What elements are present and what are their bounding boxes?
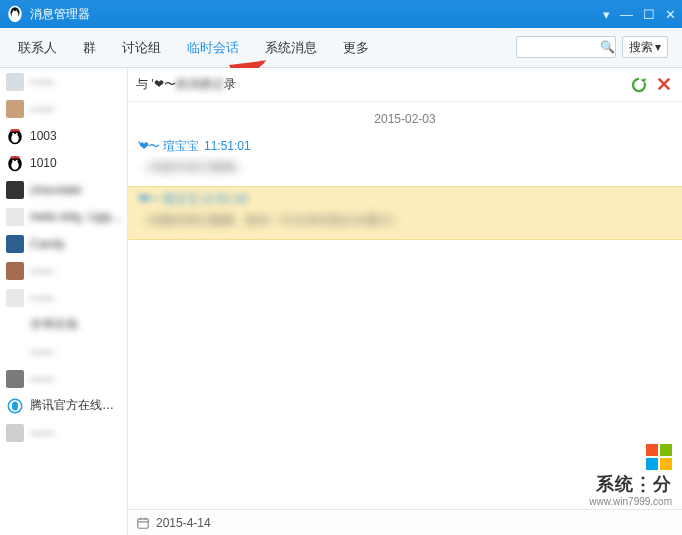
avatar	[6, 397, 24, 415]
sidebar-item-9[interactable]: 全球在线	[0, 311, 127, 338]
sidebar-item-5[interactable]: Hello kitty, Ugly…	[0, 203, 127, 230]
sidebar-item-label: 1010	[30, 156, 127, 170]
message-body: （消息内容已模糊，较长一行文本内容占位显示）	[138, 212, 672, 229]
delete-icon[interactable]	[656, 76, 672, 92]
watermark-text: 系统⋮分	[589, 472, 672, 496]
sidebar-item-label: ——	[30, 372, 127, 386]
toolbar: 联系人群讨论组临时会话系统消息更多 🔍 搜索 ▾	[0, 28, 682, 68]
tab-0[interactable]: 联系人	[18, 39, 57, 57]
app-penguin-icon	[6, 5, 24, 23]
sidebar-item-11[interactable]: ——	[0, 365, 127, 392]
avatar	[6, 289, 24, 307]
svg-point-4	[16, 10, 18, 12]
svg-point-8	[16, 132, 18, 134]
sidebar-item-7[interactable]: ——	[0, 257, 127, 284]
sidebar-item-1[interactable]: ——	[0, 95, 127, 122]
sidebar-item-label: 腾讯官方在线…	[30, 397, 127, 414]
svg-point-6	[11, 133, 19, 142]
titlebar: 消息管理器 ▾ — ☐ ✕	[0, 0, 682, 28]
watermark-url: www.win7999.com	[589, 496, 672, 507]
sidebar: ————10031010chocolateHello kitty, Ugly…C…	[0, 68, 128, 535]
avatar	[6, 208, 24, 226]
avatar	[6, 100, 24, 118]
sidebar-item-label: Candy	[30, 237, 127, 251]
avatar	[6, 235, 24, 253]
search-button[interactable]: 搜索 ▾	[622, 36, 668, 58]
svg-point-7	[12, 132, 14, 134]
chat-with-label: 与 '❤〜的消息记录	[136, 76, 236, 93]
sidebar-item-6[interactable]: Candy	[0, 230, 127, 257]
sidebar-item-3[interactable]: 1010	[0, 149, 127, 176]
sidebar-item-label: chocolate	[30, 183, 127, 197]
sidebar-item-12[interactable]: 腾讯官方在线…	[0, 392, 127, 419]
window-controls: ▾ — ☐ ✕	[603, 7, 676, 22]
chat-header: 与 '❤〜的消息记录	[128, 68, 682, 102]
search-button-label: 搜索	[629, 39, 653, 56]
svg-rect-14	[11, 156, 20, 158]
sidebar-item-4[interactable]: chocolate	[0, 176, 127, 203]
message-speaker: 瑄宝宝	[163, 192, 199, 206]
sidebar-item-label: ——	[30, 291, 127, 305]
sidebar-item-label: 全球在线	[30, 316, 127, 333]
tab-2[interactable]: 讨论组	[122, 39, 161, 57]
avatar	[6, 154, 24, 172]
calendar-icon[interactable]	[136, 516, 150, 530]
svg-point-12	[12, 159, 14, 161]
sidebar-item-label: 1003	[30, 129, 127, 143]
sidebar-item-0[interactable]: ——	[0, 68, 127, 95]
avatar	[6, 127, 24, 145]
svg-point-3	[13, 10, 15, 12]
avatar	[6, 343, 24, 361]
window-minimize-button[interactable]: —	[620, 7, 633, 22]
avatar	[6, 73, 24, 91]
search-icon: 🔍	[600, 40, 615, 54]
refresh-icon[interactable]	[630, 76, 648, 94]
body: ————10031010chocolateHello kitty, Ugly…C…	[0, 68, 682, 535]
search-area: 🔍 搜索 ▾	[516, 36, 668, 58]
avatar	[6, 316, 24, 334]
window-menu-button[interactable]: ▾	[603, 7, 610, 22]
message-time: 11:51:10	[201, 192, 248, 206]
content-footer: 2015-4-14	[128, 509, 682, 535]
tab-4[interactable]: 系统消息	[265, 39, 317, 57]
chevron-down-icon: ▾	[655, 40, 661, 54]
tab-1[interactable]: 群	[83, 39, 96, 57]
sidebar-item-13[interactable]: ——	[0, 419, 127, 446]
message-1[interactable]: '❤〜 瑄宝宝11:51:10（消息内容已模糊，较长一行文本内容占位显示）	[128, 186, 682, 240]
tab-3[interactable]: 临时会话	[187, 39, 239, 57]
date-separator: 2015-02-03	[128, 112, 682, 126]
message-0[interactable]: '❤〜 瑄宝宝 11:51:01（消息内容已模糊）	[128, 134, 682, 186]
svg-point-13	[16, 159, 18, 161]
svg-rect-9	[11, 129, 20, 131]
message-speaker: 瑄宝宝	[163, 139, 199, 153]
avatar	[6, 424, 24, 442]
watermark: 系统⋮分 www.win7999.com	[589, 444, 672, 507]
sidebar-item-8[interactable]: ——	[0, 284, 127, 311]
sidebar-item-label: ——	[30, 75, 127, 89]
window-maximize-button[interactable]: ☐	[643, 7, 655, 22]
window-title: 消息管理器	[30, 6, 603, 23]
svg-point-11	[11, 160, 19, 169]
message-header: '❤〜 瑄宝宝 11:51:01	[138, 138, 672, 155]
sidebar-item-10[interactable]: ——	[0, 338, 127, 365]
svg-rect-17	[138, 518, 149, 527]
avatar	[6, 181, 24, 199]
message-header: '❤〜 瑄宝宝11:51:10	[138, 191, 672, 208]
message-body: （消息内容已模糊）	[138, 159, 672, 176]
sidebar-item-label: Hello kitty, Ugly…	[30, 210, 127, 224]
svg-point-16	[12, 401, 18, 410]
sidebar-item-label: ——	[30, 102, 127, 116]
window-close-button[interactable]: ✕	[665, 7, 676, 22]
footer-date: 2015-4-14	[156, 516, 211, 530]
sidebar-item-2[interactable]: 1003	[0, 122, 127, 149]
svg-point-2	[12, 11, 19, 19]
sidebar-item-label: ——	[30, 345, 127, 359]
chat-content: 与 '❤〜的消息记录 2015-02-03 '❤〜 瑄宝宝 11:51:01（消…	[128, 68, 682, 535]
tab-5[interactable]: 更多	[343, 39, 369, 57]
sidebar-item-label: ——	[30, 426, 127, 440]
avatar	[6, 262, 24, 280]
message-time: 11:51:01	[201, 139, 251, 153]
sidebar-item-label: ——	[30, 264, 127, 278]
avatar	[6, 370, 24, 388]
